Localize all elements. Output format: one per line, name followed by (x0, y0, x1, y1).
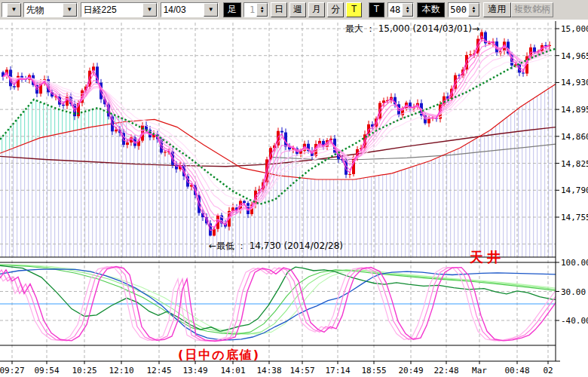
svg-text:14,790: 14,790 (561, 185, 588, 195)
instrument-value: 先物 (24, 3, 63, 17)
chevron-down-icon[interactable]: ▼ (204, 3, 218, 17)
period-tick-button[interactable]: T (346, 2, 362, 17)
svg-text:10:25: 10:25 (72, 366, 96, 375)
spinner-arrows-icon[interactable]: ▲▼ (256, 3, 268, 17)
svg-text:(日中の底値): (日中の底値) (178, 348, 260, 362)
period-day-button[interactable]: 日 (271, 2, 287, 17)
bar-interval-value: 1 (244, 3, 256, 17)
svg-text:14:38: 14:38 (256, 366, 281, 375)
period-month-button[interactable]: 月 (308, 2, 325, 17)
svg-text:14,895: 14,895 (561, 105, 588, 115)
svg-text:18:55: 18:55 (361, 366, 386, 375)
svg-text:09:54: 09:54 (34, 366, 59, 375)
chevron-down-icon[interactable]: ▼ (63, 3, 77, 17)
svg-text:←最低 ： 14,730 (2014/02/28): ←最低 ： 14,730 (2014/02/28) (209, 241, 343, 251)
svg-text:30.00: 30.00 (561, 287, 586, 297)
svg-text:02: 02 (543, 366, 553, 375)
bar-count-button[interactable]: 本数 (417, 2, 445, 17)
chevron-down-icon[interactable]: ▼ (7, 3, 21, 17)
contract-value: 14/03 (161, 3, 204, 17)
svg-text:Mar: Mar (472, 366, 487, 375)
svg-text:22:48: 22:48 (433, 366, 458, 375)
tick-count-value: 48 (388, 3, 402, 17)
spinner-arrows-icon[interactable]: ▲▼ (468, 3, 479, 17)
spinner-arrows-icon[interactable]: ▲▼ (402, 3, 413, 17)
svg-text:14:57: 14:57 (289, 366, 314, 375)
svg-text:12:10: 12:10 (109, 366, 133, 375)
tick-count-button[interactable]: T (369, 2, 384, 17)
main-panel (0, 23, 556, 361)
chart-area[interactable]: 15,00014,96514,93014,89514,86014,82514,7… (0, 20, 588, 377)
svg-text:100.00: 100.00 (561, 258, 588, 268)
svg-text:14,825: 14,825 (561, 159, 588, 169)
svg-text:14,965: 14,965 (561, 51, 588, 61)
symbol-value: 日経225 (81, 3, 142, 17)
symbol-combobox[interactable]: 日経225 ▼ (81, 2, 158, 17)
period-minute-button[interactable]: 分 (327, 2, 344, 17)
bar-count-value: 500 (449, 3, 468, 17)
bar-count-stepper[interactable]: 500 ▲▼ (448, 2, 480, 17)
multi-symbol-button: 複数銘柄 (511, 2, 553, 17)
svg-text:14,860: 14,860 (561, 132, 588, 142)
contract-month-combobox[interactable]: 14/03 ▼ (161, 2, 219, 17)
svg-text:13:49: 13:49 (182, 366, 207, 375)
svg-text:17:14: 17:14 (325, 366, 350, 375)
svg-text:-40.00: -40.00 (561, 316, 588, 326)
svg-text:20:49: 20:49 (398, 366, 423, 375)
bar-mode-button[interactable]: 足 (223, 2, 241, 17)
svg-text:14:01: 14:01 (220, 366, 245, 375)
oscillator-panel (0, 257, 588, 345)
tick-count-stepper[interactable]: 48 ▲▼ (387, 2, 414, 17)
chevron-down-icon[interactable]: ▼ (142, 3, 157, 17)
x-axis: 09:2709:5410:2512:1012:4513:4914:0114:38… (0, 361, 560, 375)
y-axis: 15,00014,96514,93014,89514,86014,82514,7… (556, 21, 588, 361)
mini-combobox[interactable]: ▼ (2, 2, 20, 17)
svg-text:最大 ： 15,000 (2014/03/01)→: 最大 ： 15,000 (2014/03/01)→ (345, 23, 479, 34)
svg-text:00:48: 00:48 (504, 366, 529, 375)
chart-container: 15,00014,96514,93014,89514,86014,82514,7… (0, 20, 588, 377)
svg-text:天井: 天井 (469, 249, 504, 265)
svg-text:14,930: 14,930 (561, 78, 588, 87)
toolbar: ▼ 先物 ▼ 日経225 ▼ 14/03 ▼ 足 1 ▲▼ 日 週 月 分 T … (0, 0, 588, 20)
svg-text:09:27: 09:27 (0, 366, 25, 375)
svg-text:14,755: 14,755 (561, 213, 588, 222)
period-week-button[interactable]: 週 (289, 2, 306, 17)
svg-text:15,000: 15,000 (561, 24, 588, 34)
bar-interval-stepper[interactable]: 1 ▲▼ (243, 2, 268, 17)
svg-text:12:45: 12:45 (146, 366, 171, 375)
apply-button[interactable]: 適用 (483, 2, 511, 17)
instrument-combobox[interactable]: 先物 ▼ (23, 2, 78, 17)
